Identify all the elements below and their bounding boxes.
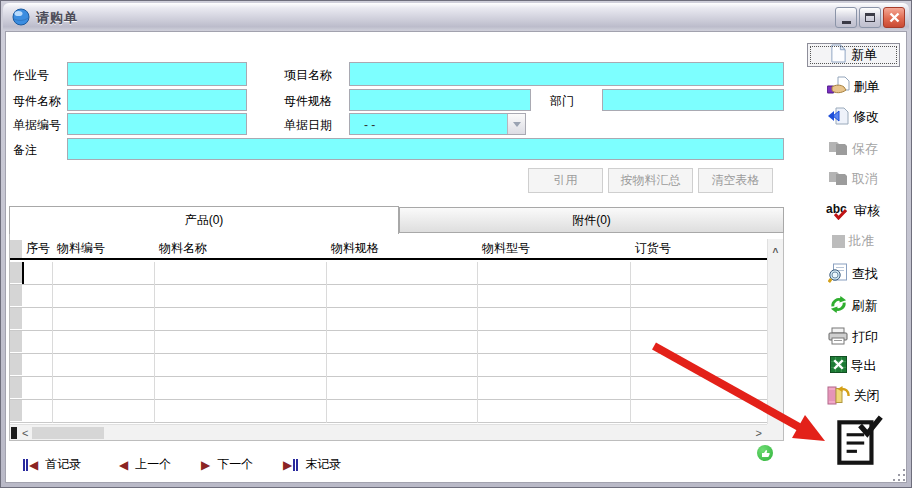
nav-last-label: 末记录 — [305, 456, 341, 473]
export-label: 导出 — [851, 357, 877, 375]
doc-check-icon[interactable] — [829, 413, 887, 475]
project-name-field[interactable] — [349, 62, 784, 86]
doc-no-label: 单据编号 — [13, 117, 61, 134]
parent-item-name-label: 母件名称 — [13, 93, 61, 110]
table-row[interactable] — [10, 308, 767, 331]
modify-icon — [827, 107, 849, 128]
new-order-button[interactable]: 新单 — [807, 43, 900, 67]
department-field[interactable] — [602, 89, 784, 111]
doc-date-combo[interactable]: - - — [349, 113, 526, 135]
find-label: 查找 — [852, 265, 878, 283]
approve-button[interactable]: 批准 — [801, 229, 905, 253]
titlebar[interactable]: 请购单 — [3, 3, 909, 30]
clear-table-button[interactable]: 清空表格 — [698, 168, 773, 193]
print-icon — [828, 327, 848, 348]
next-record-icon: ▶ — [201, 459, 210, 471]
nav-previous-record[interactable]: ◀ 上一个 — [119, 456, 171, 473]
nav-first-label: 首记录 — [45, 456, 81, 473]
scrollbar-divider[interactable] — [11, 427, 17, 439]
thumbs-up-icon — [757, 445, 773, 461]
minimize-icon — [842, 21, 851, 24]
find-button[interactable]: 查找 — [801, 262, 905, 286]
refresh-icon — [829, 295, 848, 317]
resize-grip[interactable] — [891, 467, 906, 482]
job-no-field[interactable] — [67, 62, 247, 86]
cancel-label: 取消 — [852, 170, 878, 188]
audit-button[interactable]: abc 审核 — [801, 199, 905, 223]
scroll-up-icon[interactable]: ^ — [768, 239, 783, 260]
project-name-label: 项目名称 — [284, 67, 332, 84]
close-button[interactable] — [883, 7, 905, 28]
nav-first-record[interactable]: ◀ 首记录 — [23, 456, 81, 473]
col-header-order-no[interactable]: 订货号 — [632, 240, 762, 259]
col-header-model[interactable]: 物料型号 — [479, 240, 628, 259]
doc-date-label: 单据日期 — [284, 117, 332, 134]
nav-previous-label: 上一个 — [135, 456, 171, 473]
col-header-name[interactable]: 物料名称 — [156, 240, 324, 259]
close-form-label: 关闭 — [854, 387, 880, 405]
approve-icon — [832, 235, 845, 248]
window-title: 请购单 — [36, 9, 78, 27]
scroll-right-icon[interactable]: > — [756, 427, 762, 439]
tab-product[interactable]: 产品(0) — [9, 206, 399, 234]
new-doc-icon — [830, 44, 847, 66]
purchase-requisition-window: 请购单 作业号 项目名称 母件名称 母件规格 部门 单据编号 单据日期 - - — [0, 0, 912, 488]
nav-last-record[interactable]: ▶ 末记录 — [283, 456, 341, 473]
table-row[interactable] — [10, 331, 767, 354]
nav-next-label: 下一个 — [217, 456, 253, 473]
audit-icon: abc — [826, 202, 850, 220]
table-corner-cell — [10, 240, 22, 258]
table-row[interactable] — [10, 285, 767, 308]
delete-order-label: 删单 — [854, 78, 880, 96]
new-order-label: 新单 — [851, 46, 877, 64]
minimize-button[interactable] — [835, 7, 857, 28]
modify-label: 修改 — [853, 108, 879, 126]
col-header-code[interactable]: 物料编号 — [54, 240, 154, 259]
reference-button[interactable]: 引用 — [528, 168, 603, 193]
remarks-field[interactable] — [67, 138, 784, 160]
maximize-icon — [865, 13, 875, 22]
delete-doc-icon — [827, 76, 850, 98]
nav-next-record[interactable]: ▶ 下一个 — [201, 456, 253, 473]
table-row[interactable] — [10, 400, 767, 423]
audit-label: 审核 — [854, 202, 880, 220]
refresh-button[interactable]: 刷新 — [801, 294, 905, 318]
cancel-button[interactable]: 取消 — [801, 167, 905, 191]
summarize-by-material-button[interactable]: 按物料汇总 — [608, 168, 693, 193]
chevron-down-icon — [513, 122, 521, 127]
department-label: 部门 — [550, 93, 574, 110]
horizontal-scrollbar[interactable]: < > — [10, 424, 767, 440]
close-x-icon — [889, 12, 900, 23]
approve-label: 批准 — [849, 232, 875, 250]
parent-item-name-field[interactable] — [67, 89, 247, 111]
maximize-button[interactable] — [859, 7, 881, 28]
modify-button[interactable]: 修改 — [801, 105, 905, 129]
close-form-icon — [827, 385, 850, 408]
export-button[interactable]: 导出 — [801, 354, 905, 378]
save-icon — [828, 140, 848, 159]
vertical-scrollbar[interactable]: ^ — [767, 239, 783, 424]
save-button[interactable]: 保存 — [801, 137, 905, 161]
doc-no-field[interactable] — [67, 113, 247, 135]
first-record-icon: ◀ — [23, 459, 38, 471]
col-header-spec[interactable]: 物料规格 — [328, 240, 475, 259]
job-no-label: 作业号 — [13, 67, 49, 84]
parent-item-spec-field[interactable] — [349, 89, 531, 111]
tab-attachment[interactable]: 附件(0) — [399, 207, 784, 233]
col-header-seq[interactable]: 序号 — [23, 240, 52, 259]
scroll-left-icon[interactable]: < — [22, 427, 28, 439]
table-row[interactable] — [10, 354, 767, 377]
scrollbar-corner — [767, 424, 783, 440]
table-row[interactable] — [10, 377, 767, 400]
parent-item-spec-label: 母件规格 — [284, 93, 332, 110]
find-icon — [828, 263, 848, 286]
print-button[interactable]: 打印 — [801, 325, 905, 349]
cancel-icon — [828, 170, 848, 189]
doc-date-dropdown-button[interactable] — [507, 114, 525, 134]
delete-order-button[interactable]: 删单 — [801, 75, 905, 99]
remarks-label: 备注 — [13, 142, 37, 159]
table-row[interactable] — [10, 262, 767, 285]
close-form-button[interactable]: 关闭 — [801, 384, 905, 408]
print-label: 打印 — [852, 328, 878, 346]
scrollbar-thumb[interactable] — [32, 427, 104, 439]
